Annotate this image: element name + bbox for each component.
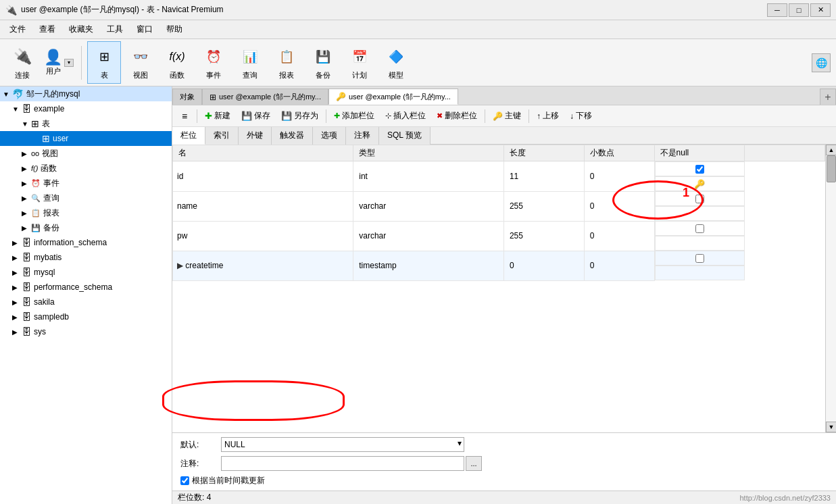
user-dropdown-btn[interactable]: ▾	[64, 59, 74, 67]
table-row[interactable]: ▶ createtimetimestamp00	[173, 251, 825, 280]
scroll-up-btn[interactable]: ▲	[826, 145, 836, 155]
field-length-cell[interactable]: 255	[503, 221, 584, 251]
sidebar-item-mybatis[interactable]: ▶ 🗄 mybatis	[0, 250, 172, 265]
notnull-checkbox[interactable]	[695, 224, 704, 233]
field-length-cell[interactable]: 255	[503, 191, 584, 221]
field-name-cell[interactable]: id	[173, 161, 353, 192]
notnull-checkbox[interactable]	[695, 195, 704, 203]
field-name-cell[interactable]: ▶ createtime	[173, 251, 353, 280]
inner-tab-sql[interactable]: SQL 预览	[379, 127, 431, 145]
table-row[interactable]: namevarchar2550	[173, 191, 825, 221]
field-length-cell[interactable]: 0	[503, 251, 584, 280]
toolbar-connect[interactable]: 🔌 连接	[5, 41, 39, 84]
comment-more-btn[interactable]: ...	[466, 456, 482, 471]
sidebar-item-sampledb[interactable]: ▶ 🗄 sampledb	[0, 309, 172, 324]
sidebar-item-sakila[interactable]: ▶ 🗄 sakila	[0, 295, 172, 309]
menu-tools[interactable]: 工具	[100, 22, 130, 37]
toolbar-model[interactable]: 🔷 模型	[379, 41, 413, 84]
sidebar-item-information-schema[interactable]: ▶ 🗄 information_schema	[0, 235, 172, 250]
function-label: 函数	[170, 70, 185, 80]
toolbar-user[interactable]: 👤 用户 ▾	[42, 45, 76, 80]
save-btn[interactable]: 💾 保存	[237, 108, 275, 124]
toolbar-function[interactable]: f(x) 函数	[160, 41, 194, 84]
sidebar-item-root[interactable]: ▼ 🐬 邹一凡的mysql	[0, 86, 172, 101]
timestamp-update-checkbox[interactable]	[180, 476, 189, 485]
close-button[interactable]: ✕	[810, 3, 831, 17]
field-length-cell[interactable]: 11	[503, 161, 584, 192]
maximize-button[interactable]: □	[789, 3, 809, 17]
field-decimal-cell[interactable]: 0	[584, 191, 654, 221]
menu-help[interactable]: 帮助	[159, 22, 189, 37]
insertcol-btn[interactable]: ⊹ 插入栏位	[380, 108, 431, 124]
field-notnull-cell[interactable]	[655, 191, 745, 206]
toolbar-backup[interactable]: 💾 备份	[306, 41, 340, 84]
toolbar-report[interactable]: 📋 报表	[270, 41, 303, 84]
sidebar-item-example[interactable]: ▼ 🗄 example	[0, 101, 172, 116]
field-decimal-cell[interactable]: 0	[584, 161, 654, 192]
arrow-mybatis: ▶	[12, 254, 22, 261]
tab-add-button[interactable]: +	[820, 89, 836, 105]
field-name-cell[interactable]: pw	[173, 221, 353, 251]
primarykey-btn[interactable]: 🔑 主键	[488, 108, 526, 124]
sidebar-item-sys[interactable]: ▶ 🗄 sys	[0, 324, 172, 339]
tab-objects[interactable]: 对象	[172, 89, 202, 105]
field-name-cell[interactable]: name	[173, 191, 353, 221]
user-main[interactable]: 👤 用户	[44, 49, 62, 76]
field-type-cell[interactable]: timestamp	[353, 251, 504, 280]
saveas-btn[interactable]: 💾 另存为	[276, 108, 323, 124]
sidebar-item-tables[interactable]: ▼ ⊞ 表	[0, 116, 172, 131]
menu-window[interactable]: 窗口	[130, 22, 159, 37]
menu-favorites[interactable]: 收藏夹	[62, 22, 100, 37]
sidebar-item-user[interactable]: ⊞ user	[0, 131, 172, 146]
sidebar-item-backups[interactable]: ▶ 💾 备份	[0, 220, 172, 235]
toolbar-query[interactable]: 📊 查询	[233, 41, 267, 84]
inner-tab-index[interactable]: 索引	[205, 127, 239, 145]
tab-table2[interactable]: 🔑 user @example (邹一凡的my...	[328, 89, 458, 105]
comment-input[interactable]	[221, 456, 464, 471]
hamburger-button[interactable]: ≡	[175, 108, 194, 124]
minimize-button[interactable]: ─	[767, 3, 787, 17]
notnull-checkbox[interactable]	[695, 165, 704, 174]
default-select[interactable]: NULL CURRENT_TIMESTAMP (none)	[221, 437, 464, 452]
inner-tab-foreignkey[interactable]: 外键	[239, 127, 272, 145]
field-notnull-cell[interactable]	[655, 221, 745, 236]
toolbar-table[interactable]: ⊞ 表	[87, 41, 121, 84]
sidebar-item-queries[interactable]: ▶ 🔍 查询	[0, 191, 172, 205]
table-row[interactable]: idint110🔑	[173, 161, 825, 192]
field-type-cell[interactable]: varchar	[353, 191, 504, 221]
inner-tab-fields[interactable]: 栏位	[172, 127, 205, 145]
tab-table1[interactable]: ⊞ user @example (邹一凡的my...	[202, 89, 328, 105]
new-btn[interactable]: ✚ 新建	[200, 108, 235, 124]
inner-tab-options[interactable]: 选项	[313, 127, 346, 145]
sidebar-item-mysql[interactable]: ▶ 🗄 mysql	[0, 265, 172, 280]
sidebar-item-functions[interactable]: ▶ f() 函数	[0, 161, 172, 176]
toolbar-event[interactable]: ⏰ 事件	[197, 41, 230, 84]
sidebar-item-reports[interactable]: ▶ 📋 报表	[0, 205, 172, 220]
inner-tab-comment[interactable]: 注释	[346, 127, 379, 145]
table-row[interactable]: pwvarchar2550	[173, 221, 825, 251]
sidebar-item-performance[interactable]: ▶ 🗄 performance_schema	[0, 280, 172, 295]
deletecol-btn[interactable]: ✖ 删除栏位	[432, 108, 482, 124]
toolbar-schedule[interactable]: 📅 计划	[343, 41, 376, 84]
db-icon-sampledb: 🗄	[22, 311, 31, 322]
vertical-scrollbar[interactable]: ▲ ▼	[825, 145, 836, 432]
moveup-btn[interactable]: ↑ 上移	[532, 108, 564, 124]
field-type-cell[interactable]: varchar	[353, 221, 504, 251]
menu-file[interactable]: 文件	[3, 22, 32, 37]
addcol-btn[interactable]: ✚ 添加栏位	[329, 108, 379, 124]
toolbar-right-btn[interactable]: 🌐	[812, 53, 831, 72]
field-notnull-cell[interactable]	[655, 161, 745, 176]
sidebar-item-events[interactable]: ▶ ⏰ 事件	[0, 176, 172, 191]
field-decimal-cell[interactable]: 0	[584, 221, 654, 251]
toolbar-view[interactable]: 👓 视图	[124, 41, 157, 84]
field-type-cell[interactable]: int	[353, 161, 504, 192]
movedown-btn[interactable]: ↓ 下移	[565, 108, 597, 124]
scroll-down-btn[interactable]: ▼	[826, 422, 836, 432]
sidebar-item-views[interactable]: ▶ oo 视图	[0, 146, 172, 161]
scroll-thumb[interactable]	[827, 155, 836, 182]
menu-view[interactable]: 查看	[32, 22, 62, 37]
inner-tab-trigger[interactable]: 触发器	[272, 127, 313, 145]
field-notnull-cell[interactable]	[655, 251, 745, 266]
field-decimal-cell[interactable]: 0	[584, 251, 654, 280]
notnull-checkbox[interactable]	[695, 254, 704, 263]
